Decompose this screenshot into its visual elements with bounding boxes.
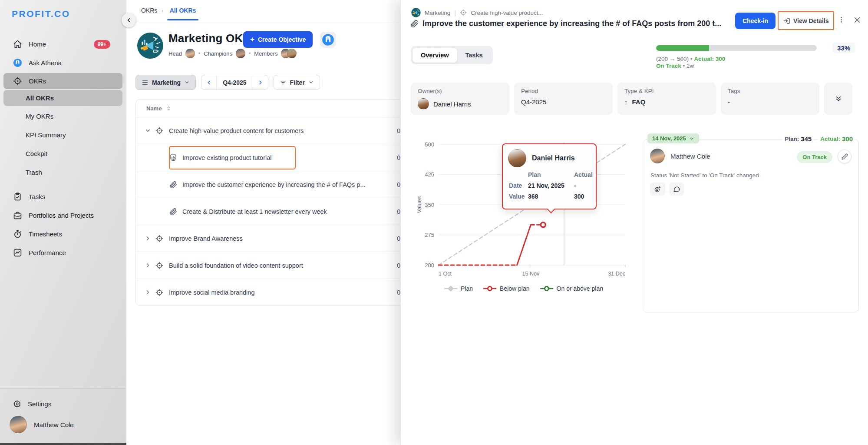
kpi-icon <box>169 154 177 162</box>
sidebar-item-portfolios-and-projects[interactable]: Portfolios and Projects <box>0 206 126 225</box>
row-label: Improve the customer experience by incre… <box>182 181 366 188</box>
status-badge: On Track <box>656 63 681 69</box>
progress-range-line: (200 → 500) • Actual: 300 <box>656 56 855 62</box>
kpi-value: FAQ <box>632 98 646 106</box>
app-root: PROFIT.CO Home99+Ask AthenaOKRsAll OKRsM… <box>0 0 868 445</box>
period-selector: Q4-2025 <box>201 75 268 90</box>
comment-button[interactable] <box>669 183 684 196</box>
checkin-user-avatar <box>650 149 665 163</box>
add-reaction-button[interactable] <box>650 183 665 196</box>
period-card: Period Q4-2025 <box>514 83 613 115</box>
table-row-create-high-value-product-content-for-cu[interactable]: Create high-value product content for cu… <box>136 117 404 144</box>
sidebar-user-profile[interactable]: Matthew Cole <box>10 416 74 433</box>
row-progress-clipped: 0 <box>397 289 400 296</box>
gear-icon <box>13 400 21 408</box>
breadcrumb-okrs[interactable]: OKRs <box>141 7 157 14</box>
head-avatar[interactable] <box>185 49 195 58</box>
checkin-date-selector[interactable]: 14 Nov, 2025 <box>647 133 699 143</box>
target-icon <box>13 76 22 86</box>
chevron-down-icon[interactable] <box>145 127 151 134</box>
sidebar-item-all-okrs[interactable]: All OKRs <box>3 90 122 106</box>
chevron-right-icon[interactable] <box>145 262 151 269</box>
sidebar-item-performance[interactable]: Performance <box>0 243 126 262</box>
row-progress-clipped: 0 <box>397 181 400 188</box>
sidebar-item-ask-athena[interactable]: Ask Athena <box>0 53 126 72</box>
svg-text:350: 350 <box>425 202 434 208</box>
user-avatar <box>10 416 27 433</box>
drawer-team-label[interactable]: Marketing <box>425 10 450 16</box>
next-period-button[interactable] <box>253 75 268 90</box>
table-row-build-a-solid-foundation-of-video-conten[interactable]: Build a solid foundation of video conten… <box>136 252 404 279</box>
sort-icon[interactable] <box>166 106 172 111</box>
chevron-right-icon[interactable] <box>145 235 151 242</box>
check-in-button[interactable]: Check-in <box>735 13 776 29</box>
tags-card: Tags - <box>721 83 819 115</box>
expand-cards-button[interactable] <box>824 83 852 115</box>
row-label: Improve social media branding <box>169 289 254 296</box>
tab-all-okrs[interactable]: All OKRs <box>168 7 198 14</box>
sidebar: PROFIT.CO Home99+Ask AthenaOKRsAll OKRsM… <box>0 0 126 445</box>
sidebar-item-home[interactable]: Home99+ <box>0 35 126 53</box>
type-kpi-card: Type & KPI ↑FAQ <box>617 83 716 115</box>
athena-icon <box>13 58 22 67</box>
svg-text:1 Oct: 1 Oct <box>439 271 452 277</box>
row-label: Improve existing product tutorial <box>182 154 272 161</box>
period-label[interactable]: Q4-2025 <box>216 75 253 90</box>
briefcase-icon <box>13 211 22 220</box>
notification-badge: 99+ <box>94 40 110 49</box>
sidebar-item-trash[interactable]: Trash <box>0 163 126 182</box>
member-avatars[interactable] <box>281 49 297 58</box>
table-row-improve-social-media-branding[interactable]: Improve social media branding0 <box>136 279 404 306</box>
sidebar-item-cockpit[interactable]: Cockpit <box>0 144 126 163</box>
checkin-user-name: Matthew Cole <box>670 153 710 160</box>
legend-item-plan: Plan <box>444 285 473 292</box>
kr-title: Improve the customer experience by incre… <box>422 19 721 28</box>
sidebar-item-tasks[interactable]: Tasks <box>0 187 126 206</box>
filter-button[interactable]: Filter <box>274 75 320 90</box>
svg-text:Values: Values <box>416 196 422 213</box>
view-details-button[interactable]: View Details <box>778 11 834 30</box>
sidebar-item-okrs[interactable]: OKRs <box>3 73 122 89</box>
svg-text:15 Nov: 15 Nov <box>522 271 540 277</box>
tooltip-user-name: Daniel Harris <box>532 154 575 162</box>
edit-checkin-button[interactable] <box>838 149 851 163</box>
sidebar-collapse-button[interactable] <box>122 13 136 27</box>
table-header: Name <box>136 100 404 117</box>
close-drawer-button[interactable] <box>851 13 864 27</box>
kebab-menu-button[interactable] <box>835 13 847 27</box>
user-name: Matthew Cole <box>34 421 74 428</box>
team-logo <box>137 32 164 59</box>
team-meta-row: Head • Champions • Members <box>168 49 297 58</box>
owner-avatar[interactable] <box>418 98 429 110</box>
kr-attribute-cards: Owner(s) Daniel Harris Period Q4-2025 Ty… <box>411 83 852 115</box>
tab-overview[interactable]: Overview <box>413 48 457 63</box>
performance-icon <box>13 248 22 257</box>
tags-value: - <box>728 98 730 106</box>
create-objective-button[interactable]: + Create Objective <box>243 31 313 48</box>
filter-icon <box>280 79 287 86</box>
team-logo-small <box>411 8 421 17</box>
row-progress-clipped: 0 <box>397 127 400 134</box>
brand-logo: PROFIT.CO <box>12 9 70 19</box>
table-row-create-distribute-at-least-1-newsletter-[interactable]: Create & Distribute at least 1 newslette… <box>136 198 404 225</box>
chevron-down-icon <box>184 80 190 85</box>
sidebar-item-my-okrs[interactable]: My OKRs <box>0 107 126 126</box>
kr-detail-drawer: Marketing | Create high-value product...… <box>400 0 868 445</box>
chevron-right-icon[interactable] <box>145 289 151 296</box>
emoji-add-icon <box>654 186 661 193</box>
on-track-badge: On Track <box>797 151 832 163</box>
drawer-parent-objective[interactable]: Create high-value product... <box>471 10 543 16</box>
table-row-improve-brand-awareness[interactable]: Improve Brand Awareness0 <box>136 225 404 252</box>
table-row-improve-existing-product-tutorial[interactable]: Improve existing product tutorial0 <box>136 144 404 171</box>
team-selector-button[interactable]: Marketing <box>135 75 196 90</box>
champion-avatar[interactable] <box>236 49 245 58</box>
sidebar-item-timesheets[interactable]: Timesheets <box>0 225 126 243</box>
breadcrumb-separator: › <box>162 7 163 14</box>
tab-tasks[interactable]: Tasks <box>457 48 491 63</box>
sidebar-item-kpi-summary[interactable]: KPI Summary <box>0 126 126 144</box>
athena-assistant-button[interactable] <box>320 32 336 48</box>
sidebar-item-settings[interactable]: Settings <box>13 400 51 408</box>
target-icon <box>155 262 163 269</box>
table-row-improve-the-customer-experience-by-incre[interactable]: Improve the customer experience by incre… <box>136 171 404 198</box>
previous-period-button[interactable] <box>201 75 216 90</box>
